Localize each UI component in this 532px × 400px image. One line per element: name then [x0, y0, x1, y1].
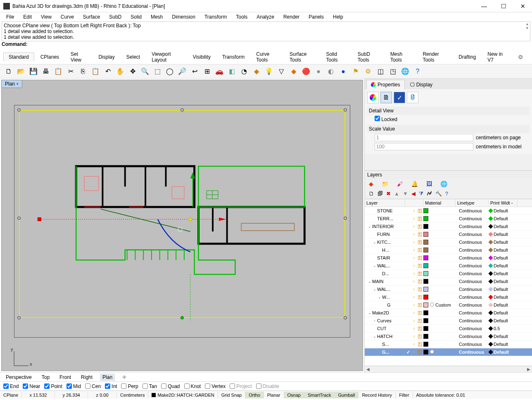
layer-row[interactable]: S...♀⚿ContinuousDefault	[365, 340, 532, 348]
layer-row[interactable]: ⌄Make2D♀⚿ContinuousDefault	[365, 309, 532, 317]
tbtab-new-in-v7[interactable]: New in V7	[482, 50, 512, 64]
layer-image-icon[interactable]: 🖼	[426, 181, 432, 187]
tbtab-standard[interactable]: Standard	[3, 52, 34, 61]
help-icon[interactable]: ?	[412, 66, 423, 77]
material-props-icon[interactable]: ✓	[394, 92, 405, 103]
tbtab-select[interactable]: Select	[121, 52, 145, 61]
viewport[interactable]: Plan	[1, 80, 363, 371]
zoom-icon[interactable]: 🔍	[140, 66, 150, 77]
tbtab-cplanes[interactable]: CPlanes	[35, 52, 64, 61]
vtab-perspective[interactable]: Perspective	[3, 374, 34, 381]
tbtab-viewport-layout[interactable]: Viewport Layout	[146, 50, 187, 64]
tbtab-subd-tools[interactable]: SubD Tools	[352, 50, 384, 64]
delete-layer-icon[interactable]: ✖	[386, 190, 391, 197]
minimize-button[interactable]: —	[478, 1, 490, 11]
vtab-right[interactable]: Right	[78, 374, 95, 381]
status-filter[interactable]: Filter	[396, 392, 413, 398]
osnap-perp[interactable]: Perp	[121, 383, 138, 389]
undo-icon[interactable]: ↶	[102, 66, 113, 77]
rotate-view-icon[interactable]: ✥	[127, 66, 138, 77]
vtab-plan[interactable]: Plan	[100, 374, 115, 381]
layer-bell-icon[interactable]: 🔔	[411, 181, 418, 187]
layer-row[interactable]: STAIR♀⚿ContinuousDefault	[365, 254, 532, 262]
menu-panels[interactable]: Panels	[305, 13, 328, 21]
menu-tools[interactable]: Tools	[232, 13, 251, 21]
tab-properties[interactable]: Properties	[366, 80, 405, 89]
status-units[interactable]: Centimeters	[117, 392, 148, 398]
menu-dimension[interactable]: Dimension	[168, 13, 199, 21]
named-view-icon[interactable]: 🚗	[214, 66, 225, 77]
osnap-int[interactable]: Int	[105, 383, 117, 389]
tbtab-set-view[interactable]: Set View	[65, 50, 92, 64]
layer-row[interactable]: ⌄WAL...♀⚿ContinuousDefault	[365, 262, 532, 270]
texture-props-icon[interactable]: 🛢	[407, 92, 418, 103]
menu-render[interactable]: Render	[280, 13, 303, 21]
vtab-front[interactable]: Front	[57, 374, 74, 381]
status-tolerance[interactable]: Absolute tolerance: 0.01	[413, 392, 469, 398]
selection-filter-icon[interactable]: ▽	[276, 66, 287, 77]
osnap-tan[interactable]: Tan	[142, 383, 157, 389]
status-grid-snap[interactable]: Grid Snap	[218, 392, 246, 398]
layer-row[interactable]: ⌄KITC...♀⚿ContinuousDefault	[365, 238, 532, 246]
command-input[interactable]	[29, 41, 530, 47]
object-props-icon[interactable]	[367, 92, 379, 103]
toolbar-options-icon[interactable]: ⚙	[513, 52, 529, 62]
menu-subd[interactable]: SubD	[105, 13, 125, 21]
col-layer[interactable]: Layer	[365, 199, 405, 207]
col-material[interactable]: Material	[423, 199, 456, 207]
scale-model-input[interactable]	[375, 143, 473, 150]
menu-view[interactable]: View	[37, 13, 55, 21]
close-button[interactable]: ✕	[517, 1, 529, 11]
menu-help[interactable]: Help	[329, 13, 347, 21]
layer-folder-icon[interactable]: 📁	[382, 181, 389, 187]
layer-global-icon[interactable]: 🌐	[440, 181, 447, 187]
copy-icon[interactable]: ⎘	[78, 66, 88, 77]
layer-row[interactable]: ›Curves♀⚿ContinuousDefault	[365, 317, 532, 325]
layer-grid[interactable]: Layer Material Linetype Print Widt ^ STO…	[365, 199, 532, 366]
menu-transform[interactable]: Transform	[201, 13, 230, 21]
status-planar[interactable]: Planar	[264, 392, 284, 398]
tbtab-display[interactable]: Display	[93, 52, 120, 61]
drawing-canvas[interactable]	[14, 105, 350, 338]
osnap-near[interactable]: Near	[23, 383, 40, 389]
osnap-end[interactable]: End	[3, 383, 19, 389]
tbtab-render-tools[interactable]: Render Tools	[417, 50, 452, 64]
osnap-knot[interactable]: Knot	[184, 383, 201, 389]
material-icon[interactable]: 🔴	[301, 66, 311, 77]
layer-row[interactable]: ⌄WAL...♀⚿ContinuousDefault	[365, 286, 532, 293]
properties-icon[interactable]: ⚙	[363, 66, 373, 77]
new-icon[interactable]: 🗋	[3, 66, 14, 77]
layer-icon[interactable]: ◆	[251, 66, 262, 77]
status-gumball[interactable]: Gumball	[335, 392, 359, 398]
status-ortho[interactable]: Ortho	[245, 392, 264, 398]
locked-checkbox[interactable]: Locked	[375, 116, 397, 122]
osnap-cen[interactable]: Cen	[85, 383, 101, 389]
hide-icon[interactable]: ◫	[375, 66, 386, 77]
command-line[interactable]: Command:	[2, 41, 530, 47]
new-layer-icon[interactable]: 🗋	[369, 190, 374, 197]
sphere-icon[interactable]: ●	[338, 66, 349, 77]
open-icon[interactable]: 📂	[16, 66, 26, 77]
layer-row[interactable]: ⌄INTERIOR♀⚿ContinuousDefault	[365, 223, 532, 231]
maximize-button[interactable]: ☐	[498, 1, 510, 11]
layer-row[interactable]: H...♀⚿ContinuousDefault	[365, 246, 532, 254]
render-icon[interactable]: ◆	[288, 66, 299, 77]
status-osnap[interactable]: Osnap	[284, 392, 304, 398]
zoom-selected-icon[interactable]: 🔎	[177, 66, 188, 77]
show-icon[interactable]: ◳	[387, 66, 398, 77]
layers-help-icon[interactable]: ?	[445, 190, 448, 197]
menu-mesh[interactable]: Mesh	[147, 13, 166, 21]
options-icon[interactable]: ⚑	[350, 66, 361, 77]
layer-row[interactable]: ⌄W...♀⚿ContinuousDefault	[365, 293, 532, 301]
osnap-vertex[interactable]: Vertex	[205, 383, 226, 389]
copy-clip-icon[interactable]: 📋	[53, 66, 64, 77]
tbtab-mesh-tools[interactable]: Mesh Tools	[385, 50, 417, 64]
tbtab-visibility[interactable]: Visibility	[188, 52, 216, 61]
hammer-icon[interactable]: 🔨	[435, 190, 442, 197]
save-icon[interactable]: 💾	[28, 66, 39, 77]
web-icon[interactable]: 🌐	[400, 66, 411, 77]
vtab-top[interactable]: Top	[39, 374, 52, 381]
layer-brush-icon[interactable]: 🖌	[397, 181, 403, 187]
menu-surface[interactable]: Surface	[79, 13, 104, 21]
layer-row[interactable]: CUT♀⚿Continuous0.5	[365, 325, 532, 333]
